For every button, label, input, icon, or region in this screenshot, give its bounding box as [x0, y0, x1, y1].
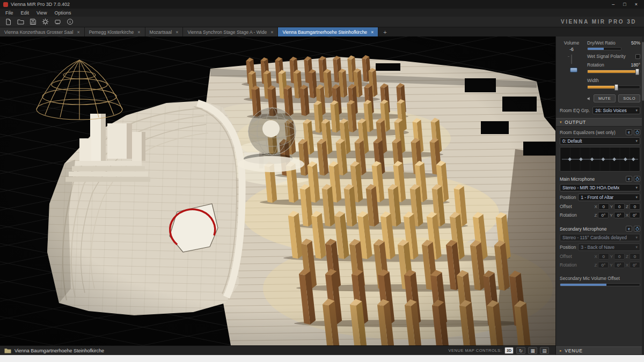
secondary-rotation-y-input[interactable]	[614, 262, 625, 268]
map-control-3d-button[interactable]: 3D	[504, 347, 514, 354]
dry-wet-slider[interactable]	[587, 47, 621, 50]
volume-fader[interactable]	[571, 54, 572, 64]
output-section-header[interactable]: ▾ OUTPUT	[556, 118, 644, 127]
main-mic-power-button[interactable]	[634, 176, 640, 182]
map-control-orbit-button[interactable]: ↻	[516, 347, 525, 354]
solo-button[interactable]: SOLO	[618, 94, 640, 102]
tab-3[interactable]: Vienna Synchron Stage Stage A - Wide×	[183, 27, 278, 36]
collapse-arrow-icon[interactable]: ▸	[560, 349, 562, 353]
secondary-mic-type-dropdown[interactable]: Stereo - 115° Cardioids delayed ▾	[560, 234, 640, 241]
wet-polarity-checkbox[interactable]	[635, 54, 640, 59]
secondary-offset-z-input[interactable]	[630, 253, 640, 260]
open-folder-icon[interactable]	[16, 18, 25, 26]
main-mic-header: Main Microphone	[560, 176, 595, 182]
main-offset-x-input[interactable]	[598, 203, 609, 210]
rotation-slider[interactable]	[587, 70, 640, 73]
vienna-mir-logo: VIENNA MIR PRO 3D	[561, 19, 641, 25]
3d-venue-viewport[interactable]	[0, 36, 555, 345]
fader-scale	[568, 56, 569, 63]
width-slider-handle[interactable]	[614, 84, 618, 91]
output-header-label: OUTPUT	[565, 120, 586, 125]
tab-2[interactable]: Mozartsaal×	[145, 27, 184, 36]
main-offset-y-input[interactable]	[614, 203, 625, 210]
add-tab-button[interactable]: +	[378, 27, 391, 36]
tab-close-icon[interactable]: ×	[270, 29, 273, 35]
secondary-mic-position-dropdown[interactable]: 3 - Back of Nave ▾	[578, 243, 640, 251]
main-mic-type-dropdown[interactable]: Stereo - MIR 3D HOA DeMx ▾	[560, 184, 640, 191]
tab-close-icon[interactable]: ×	[77, 29, 79, 35]
secondary-offset-x-input[interactable]	[598, 253, 609, 260]
menu-file[interactable]: File	[2, 10, 17, 16]
secondary-mic-volume-offset-slider[interactable]	[560, 283, 640, 286]
width-slider[interactable]	[587, 85, 640, 89]
tab-close-icon[interactable]: ×	[137, 29, 140, 35]
bottom-strip	[0, 355, 644, 362]
secondary-rotation-z-input[interactable]	[598, 262, 609, 268]
axis-y-label: Y	[610, 204, 613, 209]
secondary-mic-edit-button[interactable]: e	[626, 226, 632, 232]
menu-edit[interactable]: Edit	[18, 10, 33, 16]
minimize-button[interactable]: –	[612, 2, 614, 7]
menu-options[interactable]: Options	[51, 10, 74, 16]
secondary-offset-y-input[interactable]	[614, 253, 625, 260]
eq-preset-value: 0: Default	[562, 138, 582, 144]
scene-svg[interactable]	[0, 36, 555, 345]
chevron-down-icon: ▾	[635, 245, 638, 249]
maximize-button[interactable]: □	[623, 2, 626, 7]
main-rotation-x-input[interactable]	[630, 212, 640, 218]
main-offset-z-input[interactable]	[630, 203, 640, 210]
new-project-icon[interactable]	[3, 18, 13, 26]
wet-polarity-label: Wet Signal Polarity	[587, 54, 626, 59]
main-mic-position-label: Position	[560, 195, 576, 200]
tab-1[interactable]: Pernegg Klosterkirche×	[85, 27, 145, 36]
venue-section-header[interactable]: ▸ VENUE	[556, 346, 644, 355]
toolbar: VIENNA MIR PRO 3D	[0, 17, 644, 27]
menu-view[interactable]: View	[33, 10, 50, 16]
settings-gear-icon[interactable]	[40, 18, 50, 26]
save-icon[interactable]	[28, 18, 38, 26]
info-icon[interactable]	[65, 18, 75, 26]
volume-value: -6	[569, 47, 574, 52]
eq-preset-dropdown[interactable]: 0: Default ▾	[560, 137, 640, 145]
tab-close-icon[interactable]: ×	[371, 29, 374, 35]
main-rotation-z-input[interactable]	[598, 212, 609, 218]
tab-close-icon[interactable]: ×	[175, 29, 178, 35]
tab-label: Vienna Synchron Stage Stage A - Wide	[187, 29, 267, 35]
eq-power-button[interactable]	[634, 129, 640, 135]
room-eq-grp-dropdown[interactable]: 26: Solo Voices ▾	[592, 107, 640, 114]
eq-curve-display[interactable]	[560, 147, 640, 172]
map-control-layers-button[interactable]: ▤	[540, 347, 549, 354]
main-mic-position-dropdown[interactable]: 1 - Front of Altar ▾	[578, 194, 640, 201]
close-button[interactable]: ×	[635, 2, 638, 7]
tab-label: Mozartsaal	[150, 29, 172, 35]
main-mic-edit-button[interactable]: e	[626, 176, 632, 182]
statusbar: Vienna Baumgartnerhoehe Steinhofkirche V…	[0, 345, 555, 355]
axis-z-label: Z	[626, 254, 628, 259]
main-mic-rotation-row: Rotation Z Y X	[560, 212, 640, 218]
axis-y-label: Y	[610, 213, 612, 218]
secondary-rotation-x-input[interactable]	[630, 262, 640, 268]
panel-scrollbar[interactable]	[642, 36, 644, 355]
axis-y-label: Y	[610, 254, 613, 259]
main-rotation-y-input[interactable]	[614, 212, 625, 218]
rotation-slider-handle[interactable]	[635, 69, 639, 75]
collapse-arrow-icon[interactable]: ▾	[560, 120, 562, 124]
venue-folder-icon	[4, 348, 11, 353]
axis-x-label: X	[626, 263, 628, 268]
volume-fader-handle[interactable]	[570, 68, 577, 72]
axis-z-label: Z	[594, 263, 597, 268]
tab-0[interactable]: Vienna Konzerthaus Grosser Saal×	[0, 27, 85, 36]
axis-z-label: Z	[626, 204, 628, 209]
rotation-row-label: Rotation	[560, 262, 577, 268]
mute-button[interactable]: MUTE	[594, 94, 616, 102]
offset-label: Offset	[560, 254, 572, 259]
secondary-mic-power-button[interactable]	[634, 226, 640, 232]
output-routing-icon[interactable]	[587, 95, 591, 102]
instrument-panel: Volume -6 Dry/Wet Ratio 50%	[555, 36, 644, 355]
eq-edit-button[interactable]: e	[626, 129, 632, 135]
tab-4-active[interactable]: Vienna Baumgartnerhoehe Steinhofkirche×	[278, 27, 378, 36]
audio-routing-icon[interactable]	[53, 18, 62, 26]
map-control-grid-button[interactable]: ▦	[528, 347, 537, 354]
mixer-strip: Volume -6 Dry/Wet Ratio 50%	[556, 36, 644, 104]
panel-scrollbar-thumb[interactable]	[642, 42, 644, 101]
